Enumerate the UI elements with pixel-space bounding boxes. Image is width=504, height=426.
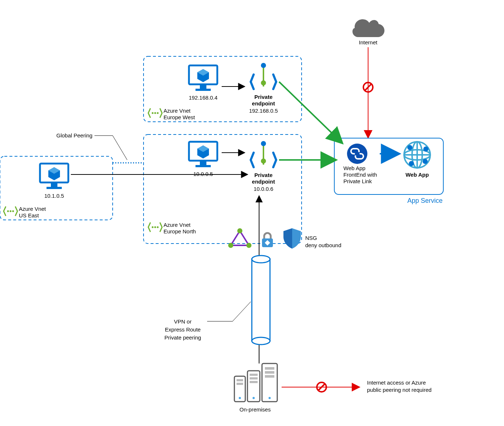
tunnel-icon [252, 256, 270, 345]
vnet-north-vm-ip: 10.0.0.5 [193, 171, 213, 177]
private-endpoint-icon [251, 141, 276, 167]
nsg-line1: NSG [305, 235, 317, 241]
app-service-box: App Service Web App FrontEnd with Privat… [334, 138, 443, 204]
vm-icon [40, 164, 68, 189]
private-link-icon [347, 144, 367, 164]
peering-icon [4, 206, 17, 216]
svg-point-36 [12, 210, 14, 212]
vpn-leader [207, 302, 251, 321]
svg-rect-58 [265, 375, 274, 378]
frontend-label-1: Web App [343, 165, 366, 171]
svg-point-41 [237, 228, 242, 233]
onprem-label: On-premises [239, 406, 271, 413]
svg-rect-28 [200, 161, 206, 165]
nsg-line2: deny outbound [305, 242, 341, 248]
vnet-east-tag-2: US East [19, 212, 39, 218]
svg-rect-19 [195, 89, 211, 91]
note-line1: Internet access or Azure [367, 379, 426, 386]
vnet-west-tag-2: Europe West [164, 114, 195, 120]
svg-point-11 [409, 161, 414, 166]
west-pe-line1: Private [254, 94, 273, 100]
vnet-north-tag-2: Europe North [164, 228, 196, 234]
vnet-europe-north-box: Azure Vnet Europe North 10.0.0.5 Private… [144, 134, 302, 244]
frontend-label-3: Private Link [343, 178, 372, 184]
peering-icon [148, 222, 162, 232]
web-app-icon [404, 142, 430, 168]
vpn-line3: Private peering [165, 334, 201, 341]
internet-label: Internet [359, 39, 378, 45]
west-pe-line2: endpoint [252, 100, 275, 106]
svg-point-34 [7, 210, 9, 212]
vm-icon [189, 142, 217, 167]
vpn-line1: VPN or [174, 318, 191, 325]
app-service-label: App Service [407, 197, 443, 204]
west-pe-to-app-arrow [279, 82, 342, 142]
svg-rect-51 [237, 379, 243, 381]
vnet-west-vm-ip: 192.168.0.4 [189, 95, 217, 101]
svg-point-25 [154, 226, 156, 228]
svg-rect-38 [51, 182, 57, 187]
north-pe-ip: 10.0.0.6 [254, 186, 273, 192]
west-pe-ip: 192.168.0.5 [249, 108, 278, 114]
svg-rect-52 [237, 383, 243, 385]
architecture-diagram: Internet App Service Web App FrontEnd wi… [0, 0, 504, 426]
svg-rect-39 [47, 187, 62, 189]
svg-point-21 [261, 63, 266, 68]
svg-rect-57 [265, 371, 274, 374]
svg-point-59 [239, 397, 241, 399]
svg-rect-56 [265, 367, 274, 370]
vnet-west-tag-1: Azure Vnet [164, 108, 191, 114]
svg-rect-53 [250, 374, 258, 376]
vnet-east-tag-1: Azure Vnet [19, 206, 46, 212]
cloud-icon [352, 19, 384, 37]
svg-point-14 [152, 112, 154, 114]
svg-point-15 [154, 112, 156, 114]
svg-point-32 [261, 158, 266, 164]
svg-point-22 [261, 80, 266, 85]
svg-point-12 [423, 159, 428, 164]
frontend-label-2: FrontEnd with [343, 172, 377, 178]
servers-icon [234, 363, 277, 402]
svg-point-16 [157, 112, 159, 114]
svg-rect-29 [195, 165, 211, 167]
svg-point-3 [347, 144, 367, 164]
svg-point-10 [423, 146, 428, 152]
load-balancer-icon [228, 228, 251, 248]
svg-rect-45 [252, 259, 270, 341]
vm-icon [189, 65, 217, 91]
north-pe-line1: Private [254, 172, 273, 178]
global-peering-leader [94, 136, 127, 160]
private-endpoint-icon [251, 63, 276, 89]
vpn-line2: Express Route [165, 326, 201, 333]
svg-rect-18 [200, 84, 206, 89]
global-peering-label: Global Peering [56, 132, 92, 138]
svg-point-46 [252, 256, 270, 263]
svg-point-61 [269, 397, 271, 399]
svg-point-9 [407, 145, 412, 150]
svg-point-24 [152, 226, 154, 228]
svg-point-35 [10, 210, 12, 212]
svg-rect-55 [250, 381, 258, 383]
svg-point-60 [253, 397, 255, 399]
vnet-europe-west-box: Azure Vnet Europe West 192.168.0.4 Priva… [144, 56, 302, 122]
lock-icon [262, 233, 273, 247]
svg-point-47 [252, 337, 270, 345]
vnet-us-east-box: Azure Vnet US East 10.1.0.5 [0, 156, 113, 220]
svg-rect-54 [250, 377, 258, 379]
webapp-label: Web App [406, 172, 429, 178]
vnet-north-tag-1: Azure Vnet [164, 222, 191, 228]
note-line2: public peering not required [367, 387, 432, 393]
svg-point-31 [261, 141, 266, 146]
shield-icon [283, 228, 301, 249]
svg-point-43 [228, 243, 233, 248]
vnet-east-vm-ip: 10.1.0.5 [44, 193, 64, 199]
svg-point-26 [157, 226, 159, 228]
north-pe-line2: endpoint [252, 178, 275, 185]
svg-point-42 [246, 243, 251, 248]
peering-icon [148, 108, 162, 118]
